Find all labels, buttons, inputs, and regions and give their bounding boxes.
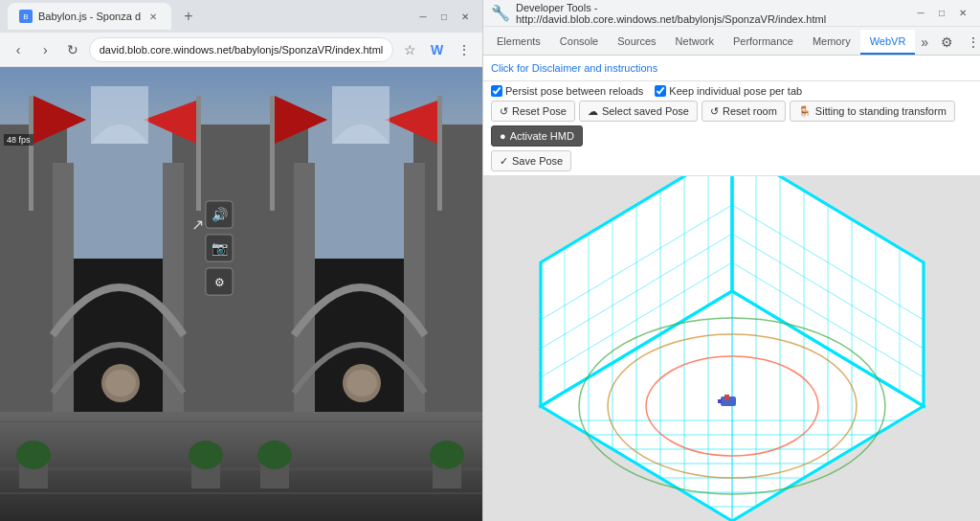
reset-pose-icon: ↺ <box>500 105 508 118</box>
activate-hmd-button[interactable]: ● Activate HMD <box>491 125 583 147</box>
tab-console[interactable]: Console <box>550 30 608 55</box>
3d-viewport <box>483 176 980 521</box>
tab-close-button[interactable]: ✕ <box>146 10 160 23</box>
browser-window: B Babylon.js - Sponza d ✕ + ─ □ ✕ ‹ › ↻ … <box>0 0 482 521</box>
svg-rect-105 <box>718 399 722 403</box>
window-controls: ─ □ ✕ <box>413 7 475 26</box>
extensions-button[interactable]: W <box>427 38 448 61</box>
close-button[interactable]: ✕ <box>456 7 475 26</box>
tab-title: Babylon.js - Sponza d <box>38 11 141 22</box>
tab-performance[interactable]: Performance <box>724 30 803 55</box>
svg-point-17 <box>105 370 136 396</box>
select-pose-icon: ☁ <box>588 105 598 118</box>
svg-rect-11 <box>29 96 33 211</box>
select-saved-pose-button[interactable]: ☁ Select saved Pose <box>579 101 698 122</box>
devtools-tabs: Elements Console Sources Network Perform… <box>483 27 980 56</box>
checkboxes-row: Persist pose between reloads Keep indivi… <box>491 85 972 97</box>
reset-pose-button[interactable]: ↺ Reset Pose <box>491 101 575 122</box>
devtools-window-controls: ─ □ ✕ <box>911 4 972 23</box>
svg-rect-14 <box>196 96 201 211</box>
maximize-button[interactable]: □ <box>434 7 454 26</box>
persist-pose-input[interactable] <box>491 85 502 97</box>
sitting-icon: 🪑 <box>798 105 812 118</box>
save-pose-icon: ✓ <box>500 155 508 168</box>
keep-individual-input[interactable] <box>655 85 666 97</box>
fps-badge: 48 fps <box>4 134 33 146</box>
forward-button[interactable]: › <box>34 38 56 61</box>
vr-right-eye <box>241 67 482 521</box>
devtools-title: Developer Tools - http://david.blob.core… <box>516 2 905 25</box>
svg-point-21 <box>189 441 223 469</box>
refresh-button[interactable]: ↻ <box>61 38 82 61</box>
disclaimer-link[interactable]: Click for Disclaimer and instructions <box>491 62 657 74</box>
devtools-maximize[interactable]: □ <box>932 4 951 23</box>
disclaimer-bar: Click for Disclaimer and instructions <box>483 56 980 81</box>
svg-text:↗: ↗ <box>191 216 204 233</box>
back-button[interactable]: ‹ <box>8 38 29 61</box>
3d-scene-svg <box>483 176 980 521</box>
controls-bar: Persist pose between reloads Keep indivi… <box>483 81 980 176</box>
devtools-titlebar: 🔧 Developer Tools - http://david.blob.co… <box>483 0 980 27</box>
persist-pose-checkbox[interactable]: Persist pose between reloads <box>491 85 643 97</box>
reset-room-button[interactable]: ↺ Reset room <box>702 101 786 122</box>
address-text: david.blob.core.windows.net/babylonjs/Sp… <box>100 44 384 56</box>
new-tab-button[interactable]: + <box>175 3 202 30</box>
devtools-close[interactable]: ✕ <box>953 4 972 23</box>
svg-point-49 <box>257 441 292 469</box>
svg-rect-104 <box>724 395 729 400</box>
svg-text:⚙: ⚙ <box>214 276 225 289</box>
tab-memory[interactable]: Memory <box>803 30 860 55</box>
svg-point-47 <box>346 370 377 396</box>
tab-favicon: B <box>19 10 33 23</box>
svg-point-19 <box>16 441 51 469</box>
minimize-button[interactable]: ─ <box>413 7 433 26</box>
svg-text:📷: 📷 <box>212 240 229 257</box>
browser-tab[interactable]: B Babylon.js - Sponza d ✕ <box>8 3 171 30</box>
more-tabs-button[interactable]: » <box>915 30 934 55</box>
svg-rect-41 <box>270 96 275 211</box>
hmd-icon: ● <box>500 130 506 142</box>
tab-webvr[interactable]: WebVR <box>860 30 916 55</box>
devtools-dock-button[interactable]: ⋮ <box>961 30 980 55</box>
save-pose-button[interactable]: ✓ Save Pose <box>491 150 571 171</box>
keep-individual-checkbox[interactable]: Keep individual pose per tab <box>655 85 802 97</box>
address-bar[interactable]: david.blob.core.windows.net/babylonjs/Sp… <box>89 37 394 62</box>
vr-left-eye: 🔊 📷 ⚙ ↗ <box>0 67 241 521</box>
svg-rect-44 <box>437 96 442 211</box>
tab-sources[interactable]: Sources <box>608 30 665 55</box>
bookmark-button[interactable]: ☆ <box>399 38 420 61</box>
svg-text:🔊: 🔊 <box>212 207 229 223</box>
devtools-minimize[interactable]: ─ <box>911 4 930 23</box>
menu-button[interactable]: ⋮ <box>454 38 475 61</box>
devtools-panel: 🔧 Developer Tools - http://david.blob.co… <box>482 0 980 521</box>
svg-point-51 <box>430 441 464 469</box>
save-pose-row: ✓ Save Pose <box>491 150 972 171</box>
reset-room-icon: ↺ <box>710 105 719 118</box>
tab-elements[interactable]: Elements <box>487 30 550 55</box>
browser-titlebar: B Babylon.js - Sponza d ✕ + ─ □ ✕ <box>0 0 482 33</box>
vr-viewport: 48 fps <box>0 67 482 521</box>
buttons-row: ↺ Reset Pose ☁ Select saved Pose ↺ Reset… <box>491 101 972 147</box>
devtools-settings-button[interactable]: ⚙ <box>934 30 959 55</box>
tab-network[interactable]: Network <box>666 30 724 55</box>
sitting-standing-button[interactable]: 🪑 Sitting to standing transform <box>790 101 955 122</box>
browser-toolbar: ‹ › ↻ david.blob.core.windows.net/babylo… <box>0 33 482 67</box>
